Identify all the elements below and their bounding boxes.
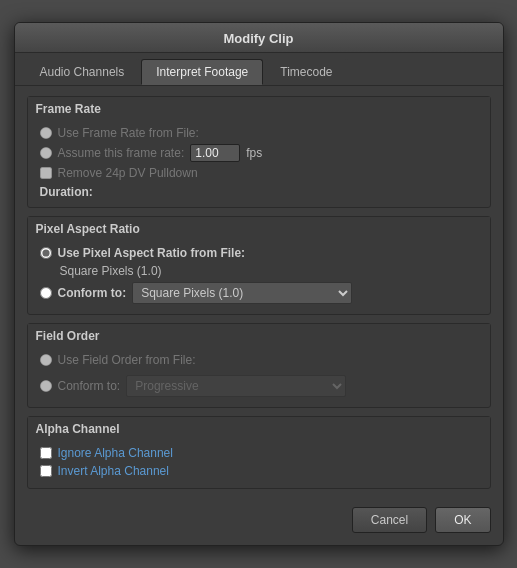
pulldown-row: Remove 24p DV Pulldown	[40, 164, 478, 182]
alpha-channel-body: Ignore Alpha Channel Invert Alpha Channe…	[28, 440, 490, 488]
par-square-pixels-row: Square Pixels (1.0)	[60, 262, 478, 280]
alpha-channel-title: Alpha Channel	[28, 417, 490, 440]
dialog-footer: Cancel OK	[15, 499, 503, 545]
par-square-pixels-label: Square Pixels (1.0)	[60, 264, 162, 278]
pixel-aspect-title: Pixel Aspect Ratio	[28, 217, 490, 240]
par-conform-row: Conform to: Square Pixels (1.0) D1/DV NT…	[40, 280, 478, 306]
frame-rate-assume-label: Assume this frame rate:	[58, 146, 185, 160]
tab-content: Frame Rate Use Frame Rate from File: Ass…	[15, 86, 503, 499]
frame-rate-body: Use Frame Rate from File: Assume this fr…	[28, 120, 490, 207]
alpha-channel-section: Alpha Channel Ignore Alpha Channel Inver…	[27, 416, 491, 489]
modify-clip-dialog: Modify Clip Audio Channels Interpret Foo…	[14, 22, 504, 546]
par-file-row: Use Pixel Aspect Ratio from File:	[40, 244, 478, 262]
frame-rate-file-radio[interactable]	[40, 127, 52, 139]
cancel-button[interactable]: Cancel	[352, 507, 427, 533]
field-order-body: Use Field Order from File: Conform to: P…	[28, 347, 490, 407]
frame-rate-section: Frame Rate Use Frame Rate from File: Ass…	[27, 96, 491, 208]
pixel-aspect-ratio-section: Pixel Aspect Ratio Use Pixel Aspect Rati…	[27, 216, 491, 315]
tab-timecode[interactable]: Timecode	[265, 59, 347, 85]
duration-row: Duration:	[40, 182, 478, 199]
pulldown-label: Remove 24p DV Pulldown	[58, 166, 198, 180]
field-order-section: Field Order Use Field Order from File: C…	[27, 323, 491, 408]
frame-rate-assume-radio[interactable]	[40, 147, 52, 159]
ok-button[interactable]: OK	[435, 507, 490, 533]
pixel-aspect-body: Use Pixel Aspect Ratio from File: Square…	[28, 240, 490, 314]
frame-rate-file-row: Use Frame Rate from File:	[40, 124, 478, 142]
field-order-title: Field Order	[28, 324, 490, 347]
field-order-file-radio[interactable]	[40, 354, 52, 366]
par-conform-dropdown[interactable]: Square Pixels (1.0) D1/DV NTSC (0.9091) …	[132, 282, 352, 304]
ignore-alpha-checkbox[interactable]	[40, 447, 52, 459]
frame-rate-file-label: Use Frame Rate from File:	[58, 126, 199, 140]
field-order-conform-row: Conform to: Progressive Upper Field Firs…	[40, 373, 478, 399]
frame-rate-value-input[interactable]	[190, 144, 240, 162]
frame-rate-title: Frame Rate	[28, 97, 490, 120]
dialog-title: Modify Clip	[15, 23, 503, 53]
invert-alpha-label: Invert Alpha Channel	[58, 464, 169, 478]
tab-bar: Audio Channels Interpret Footage Timecod…	[15, 53, 503, 86]
par-file-radio[interactable]	[40, 247, 52, 259]
tab-interpret-footage[interactable]: Interpret Footage	[141, 59, 263, 85]
pulldown-checkbox[interactable]	[40, 167, 52, 179]
field-order-conform-dropdown[interactable]: Progressive Upper Field First Lower Fiel…	[126, 375, 346, 397]
invert-alpha-row: Invert Alpha Channel	[40, 462, 478, 480]
par-conform-label: Conform to:	[58, 286, 127, 300]
invert-alpha-checkbox[interactable]	[40, 465, 52, 477]
frame-rate-assume-row: Assume this frame rate: fps	[40, 142, 478, 164]
par-file-label: Use Pixel Aspect Ratio from File:	[58, 246, 246, 260]
field-order-file-label: Use Field Order from File:	[58, 353, 196, 367]
ignore-alpha-row: Ignore Alpha Channel	[40, 444, 478, 462]
tab-audio-channels[interactable]: Audio Channels	[25, 59, 140, 85]
ignore-alpha-label: Ignore Alpha Channel	[58, 446, 173, 460]
par-conform-radio[interactable]	[40, 287, 52, 299]
field-order-conform-label: Conform to:	[58, 379, 121, 393]
field-order-file-row: Use Field Order from File:	[40, 351, 478, 369]
duration-label: Duration:	[40, 185, 93, 199]
field-order-conform-radio[interactable]	[40, 380, 52, 392]
fps-label: fps	[246, 146, 262, 160]
